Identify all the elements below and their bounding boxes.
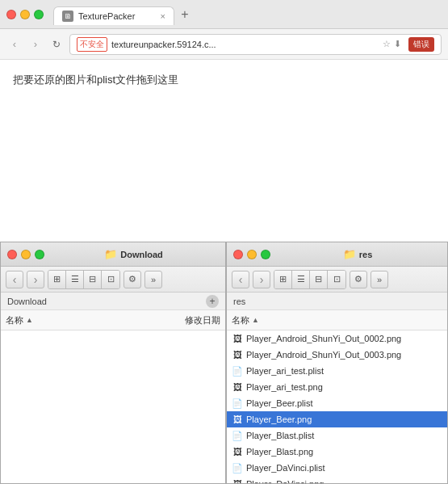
finder-right-close[interactable] [233,250,243,259]
finder-right-columns: 名称 ▲ [227,310,447,330]
finder-left-forward[interactable]: › [27,271,44,288]
file-name: Player_Blast.plist [246,431,314,440]
finder-left-settings[interactable]: ⚙ [124,271,141,288]
tab-close-button[interactable]: × [161,11,165,21]
list-item[interactable]: 📄Player_Beer.plist [227,395,447,411]
finder-left-close[interactable] [7,250,17,259]
finder-right-more[interactable]: » [371,271,388,288]
plist-file-icon: 📄 [232,430,243,441]
png-file-icon: 🖼 [232,446,243,457]
back-button[interactable]: ‹ [6,36,23,53]
right-sort-arrow-icon: ▲ [252,316,259,324]
finder-right-path: res [227,293,447,310]
right-view-icon-btn[interactable]: ⊞ [274,271,292,288]
finder-right-toolbar: ‹ › ⊞ ☰ ⊟ ⊡ ⚙ » [227,267,447,293]
list-item[interactable]: 🖼Player_DaVinci.png [227,476,447,483]
file-name: Player_Android_ShunYi_Out_0003.png [246,350,401,360]
right-view-gallery-btn[interactable]: ⊡ [328,271,345,288]
col-name-header[interactable]: 名称 ▲ [6,314,185,326]
finder-left-list [1,330,225,483]
finder-right-controls [233,250,270,259]
file-name: Player_Android_ShunYi_Out_0002.png [246,334,401,343]
address-text: textureunpacker.59124.c... [111,40,379,49]
right-view-column-btn[interactable]: ⊟ [310,271,328,288]
browser-titlebar: 🗎 TexturePacker × + [0,0,448,29]
close-button[interactable] [6,10,16,19]
finder-left-path: Download + [1,293,225,310]
view-list-btn[interactable]: ☰ [66,271,84,288]
view-gallery-btn[interactable]: ⊡ [102,271,119,288]
list-item[interactable]: 🖼Player_Android_ShunYi_Out_0003.png [227,347,447,363]
finder-left-view-group: ⊞ ☰ ⊟ ⊡ [48,270,120,289]
error-badge: 错误 [408,37,434,52]
address-icons: ☆ ⬇ [383,39,401,49]
plist-file-icon: 📄 [232,365,243,377]
list-item[interactable]: 🖼Player_Beer.png [227,411,447,427]
view-icon-btn[interactable]: ⊞ [48,271,66,288]
right-view-list-btn[interactable]: ☰ [292,271,310,288]
list-item[interactable]: 📄Player_ari_test.plist [227,363,447,379]
file-name: Player_Blast.png [246,447,313,457]
list-item[interactable]: 🖼Player_Blast.png [227,444,447,460]
browser-navbar: ‹ › ↻ 不安全 textureunpacker.59124.c... ☆ ⬇… [0,29,448,60]
file-name: Player_DaVinci.png [246,479,324,483]
png-file-icon: 🖼 [232,478,243,483]
tab-favicon: 🗎 [62,11,73,22]
add-folder-button[interactable]: + [206,295,219,308]
list-item[interactable]: 📄Player_DaVinci.plist [227,460,447,476]
folder-icon: 📁 [104,248,117,260]
bookmark-icon[interactable]: ☆ [383,39,391,49]
download-icon[interactable]: ⬇ [394,39,401,49]
plist-file-icon: 📄 [232,462,243,473]
sort-arrow-icon: ▲ [26,316,33,324]
file-name: Player_ari_test.png [246,382,323,392]
tab-bar: 🗎 TexturePacker × + [53,4,442,25]
browser-content: 把要还原的图片和plist文件拖到这里 [0,60,448,242]
maximize-button[interactable] [34,10,44,19]
finder-right-forward[interactable]: › [253,271,270,288]
finder-window-res: 📁 res ‹ › ⊞ ☰ ⊟ ⊡ ⚙ » res 名称 ▲ [226,242,448,484]
finder-left-toolbar: ‹ › ⊞ ☰ ⊟ ⊡ ⚙ » [1,267,225,293]
col-date-header[interactable]: 修改日期 [185,314,220,326]
finder-left-back[interactable]: ‹ [6,271,23,288]
finder-window-download: 📁 Download ‹ › ⊞ ☰ ⊟ ⊡ ⚙ » Download + 名 [0,242,226,484]
finder-right-back[interactable]: ‹ [232,271,249,288]
tab-label: TexturePacker [78,11,135,21]
list-item[interactable]: 🖼Player_ari_test.png [227,379,447,395]
finder-right-title: 📁 res [274,248,441,260]
active-tab[interactable]: 🗎 TexturePacker × [53,6,174,25]
finder-right-title-label: res [359,250,373,259]
finder-right-minimize[interactable] [247,250,257,259]
finder-right-maximize[interactable] [261,250,270,259]
list-item[interactable]: 🖼Player_Android_ShunYi_Out_0002.png [227,330,447,347]
browser-window-controls [6,10,44,19]
security-indicator: 不安全 [77,37,107,52]
finder-left-minimize[interactable] [21,250,31,259]
list-item[interactable]: 📄Player_Blast.plist [227,427,447,444]
forward-button[interactable]: › [27,36,44,53]
finder-left-columns: 名称 ▲ 修改日期 [1,310,225,330]
browser-window: 🗎 TexturePacker × + ‹ › ↻ 不安全 textureunp… [0,0,448,242]
file-name: Player_Beer.plist [246,398,313,408]
minimize-button[interactable] [20,10,30,19]
drop-instruction: 把要还原的图片和plist文件拖到这里 [13,74,178,86]
finder-left-more[interactable]: » [144,271,162,288]
finder-left-title-label: Download [120,250,163,259]
finder-left-maximize[interactable] [35,250,44,259]
address-bar[interactable]: 不安全 textureunpacker.59124.c... ☆ ⬇ 错误 [69,34,442,55]
png-file-icon: 🖼 [232,333,243,344]
finder-windows: 📁 Download ‹ › ⊞ ☰ ⊟ ⊡ ⚙ » Download + 名 [0,242,448,484]
refresh-button[interactable]: ↻ [48,36,65,53]
png-file-icon: 🖼 [232,414,243,425]
res-folder-icon: 📁 [343,248,356,260]
plist-file-icon: 📄 [232,398,243,409]
new-tab-button[interactable]: + [174,4,195,25]
finder-right-view-group: ⊞ ☰ ⊟ ⊡ [274,270,346,289]
file-name: Player_DaVinci.plist [246,463,325,473]
right-col-name-header[interactable]: 名称 ▲ [232,314,442,326]
view-column-btn[interactable]: ⊟ [84,271,102,288]
finder-right-settings[interactable]: ⚙ [350,271,367,288]
file-name: Player_Beer.png [246,415,312,424]
png-file-icon: 🖼 [232,381,243,393]
finder-left-path-label: Download [7,297,47,306]
